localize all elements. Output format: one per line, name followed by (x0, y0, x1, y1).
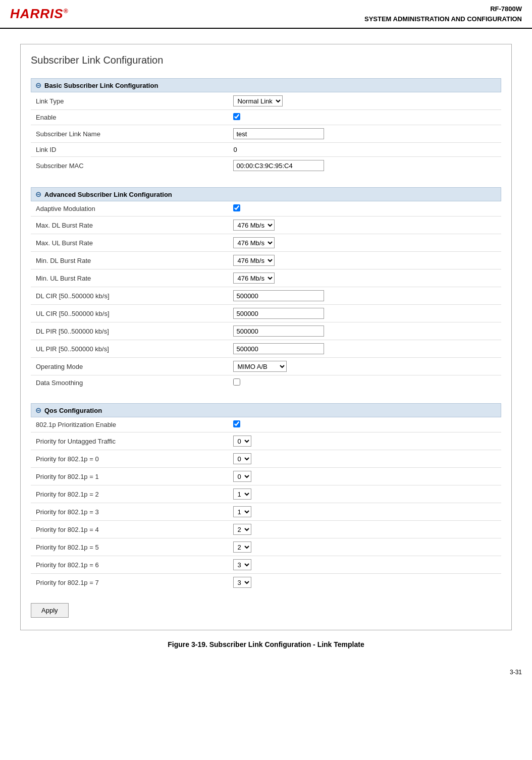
priority-8021p7-select[interactable]: 01234567 (233, 577, 251, 588)
document-title: RF-7800W SYSTEM ADMINISTRATION AND CONFI… (364, 4, 522, 24)
basic-section-header[interactable]: ⊝ Basic Subscriber Link Configuration (31, 78, 501, 92)
link-type-cell: Normal Link Relay Link (228, 92, 501, 110)
table-row: Priority for 802.1p = 2 01234567 (31, 485, 501, 503)
priority-untagged-label: Priority for Untagged Traffic (31, 432, 228, 450)
subscriber-link-name-label: Subscriber Link Name (31, 125, 228, 143)
qos-8021p-enable-cell (228, 417, 501, 432)
max-ul-select[interactable]: 476 Mb/s238 Mb/s119 Mb/s (233, 237, 275, 248)
min-dl-label: Min. DL Burst Rate (31, 252, 228, 269)
dl-pir-label: DL PIR [50..500000 kb/s] (31, 322, 228, 340)
priority-8021p0-select[interactable]: 01234567 (233, 453, 251, 464)
subscriber-mac-input[interactable] (233, 160, 324, 171)
table-row: DL CIR [50..500000 kb/s] (31, 287, 501, 305)
enable-label: Enable (31, 110, 228, 125)
operating-mode-cell: MIMO A/BSISOBeamforming (228, 358, 501, 375)
table-row: Adaptive Modulation (31, 201, 501, 216)
priority-8021p3-select[interactable]: 01234567 (233, 506, 251, 517)
dl-cir-label: DL CIR [50..500000 kb/s] (31, 287, 228, 305)
subscriber-link-name-input[interactable] (233, 128, 324, 139)
company-logo: HARRIS® (10, 6, 69, 22)
subscriber-mac-label: Subscriber MAC (31, 157, 228, 175)
main-content: Subscriber Link Configuration ⊝ Basic Su… (0, 29, 532, 664)
ul-cir-label: UL CIR [50..500000 kb/s] (31, 305, 228, 322)
advanced-section-label: Advanced Subscriber Link Configuration (44, 191, 172, 198)
table-row: Priority for 802.1p = 1 01234567 (31, 468, 501, 485)
priority-8021p4-select[interactable]: 01234567 (233, 524, 251, 535)
subscriber-link-name-cell (228, 125, 501, 143)
priority-8021p2-cell: 01234567 (228, 485, 501, 503)
enable-cell (228, 110, 501, 125)
adaptive-modulation-checkbox[interactable] (233, 204, 240, 211)
table-row: Priority for 802.1p = 3 01234567 (31, 503, 501, 521)
adaptive-mod-cell (228, 201, 501, 216)
priority-untagged-select[interactable]: 01234567 (233, 436, 251, 447)
dl-cir-input[interactable] (233, 290, 324, 301)
priority-8021p2-label: Priority for 802.1p = 2 (31, 485, 228, 503)
max-ul-cell: 476 Mb/s238 Mb/s119 Mb/s (228, 234, 501, 252)
priority-8021p6-label: Priority for 802.1p = 6 (31, 556, 228, 574)
priority-8021p3-label: Priority for 802.1p = 3 (31, 503, 228, 521)
dl-cir-cell (228, 287, 501, 305)
min-dl-select[interactable]: 476 Mb/s238 Mb/s119 Mb/s (233, 255, 275, 266)
basic-collapse-icon[interactable]: ⊝ (35, 81, 41, 89)
table-row: Min. DL Burst Rate 476 Mb/s238 Mb/s119 M… (31, 252, 501, 269)
qos-collapse-icon[interactable]: ⊝ (35, 406, 41, 414)
table-row: Priority for Untagged Traffic 01234567 (31, 432, 501, 450)
priority-8021p1-select[interactable]: 01234567 (233, 471, 251, 482)
ul-cir-input[interactable] (233, 308, 324, 319)
link-id-cell: 0 (228, 143, 501, 157)
table-row: UL PIR [50..500000 kb/s] (31, 340, 501, 358)
qos-config-table: 802.1p Prioritization Enable Priority fo… (31, 417, 501, 591)
enable-checkbox[interactable] (233, 113, 240, 120)
priority-8021p5-select[interactable]: 01234567 (233, 541, 251, 553)
min-ul-select[interactable]: 476 Mb/s238 Mb/s119 Mb/s (233, 273, 275, 284)
figure-caption: Figure 3-19. Subscriber Link Configurati… (20, 640, 512, 648)
max-dl-cell: 476 Mb/s238 Mb/s119 Mb/s (228, 216, 501, 234)
table-row: Priority for 802.1p = 0 01234567 (31, 450, 501, 468)
priority-8021p7-label: Priority for 802.1p = 7 (31, 574, 228, 591)
ul-pir-input[interactable] (233, 343, 324, 354)
priority-8021p0-cell: 01234567 (228, 450, 501, 468)
qos-8021p-enable-label: 802.1p Prioritization Enable (31, 417, 228, 432)
link-id-label: Link ID (31, 143, 228, 157)
table-row: Priority for 802.1p = 4 01234567 (31, 521, 501, 538)
panel-title: Subscriber Link Configuration (31, 55, 501, 70)
priority-8021p0-label: Priority for 802.1p = 0 (31, 450, 228, 468)
data-smoothing-cell (228, 375, 501, 391)
dl-pir-input[interactable] (233, 325, 324, 337)
operating-mode-select[interactable]: MIMO A/BSISOBeamforming (233, 361, 287, 372)
advanced-collapse-icon[interactable]: ⊝ (35, 190, 41, 198)
config-panel: Subscriber Link Configuration ⊝ Basic Su… (20, 44, 512, 630)
basic-section-label: Basic Subscriber Link Configuration (44, 82, 158, 89)
priority-8021p2-select[interactable]: 01234567 (233, 488, 251, 500)
page-header: HARRIS® RF-7800W SYSTEM ADMINISTRATION A… (0, 0, 532, 29)
ul-pir-cell (228, 340, 501, 358)
table-row: Priority for 802.1p = 5 01234567 (31, 538, 501, 556)
table-row: Max. DL Burst Rate 476 Mb/s238 Mb/s119 M… (31, 216, 501, 234)
max-dl-select[interactable]: 476 Mb/s238 Mb/s119 Mb/s (233, 220, 275, 231)
8021p-prioritization-checkbox[interactable] (233, 420, 240, 427)
min-ul-label: Min. UL Burst Rate (31, 269, 228, 287)
priority-8021p4-cell: 01234567 (228, 521, 501, 538)
data-smoothing-checkbox[interactable] (233, 378, 240, 386)
link-type-select[interactable]: Normal Link Relay Link (233, 95, 283, 106)
priority-8021p4-label: Priority for 802.1p = 4 (31, 521, 228, 538)
data-smoothing-label: Data Smoothing (31, 375, 228, 391)
page-number: 3-31 (0, 664, 532, 681)
qos-section-header[interactable]: ⊝ Qos Configuration (31, 403, 501, 417)
operating-mode-label: Operating Mode (31, 358, 228, 375)
priority-8021p1-label: Priority for 802.1p = 1 (31, 468, 228, 485)
table-row: UL CIR [50..500000 kb/s] (31, 305, 501, 322)
table-row: Link Type Normal Link Relay Link (31, 92, 501, 110)
advanced-section-header[interactable]: ⊝ Advanced Subscriber Link Configuration (31, 187, 501, 201)
apply-button[interactable]: Apply (31, 603, 69, 618)
table-row: Min. UL Burst Rate 476 Mb/s238 Mb/s119 M… (31, 269, 501, 287)
table-row: Max. UL Burst Rate 476 Mb/s238 Mb/s119 M… (31, 234, 501, 252)
priority-8021p6-select[interactable]: 01234567 (233, 559, 251, 570)
priority-8021p1-cell: 01234567 (228, 468, 501, 485)
subscriber-mac-cell (228, 157, 501, 175)
apply-button-container: Apply (31, 599, 501, 618)
priority-8021p7-cell: 01234567 (228, 574, 501, 591)
qos-section-label: Qos Configuration (44, 407, 102, 414)
priority-untagged-cell: 01234567 (228, 432, 501, 450)
